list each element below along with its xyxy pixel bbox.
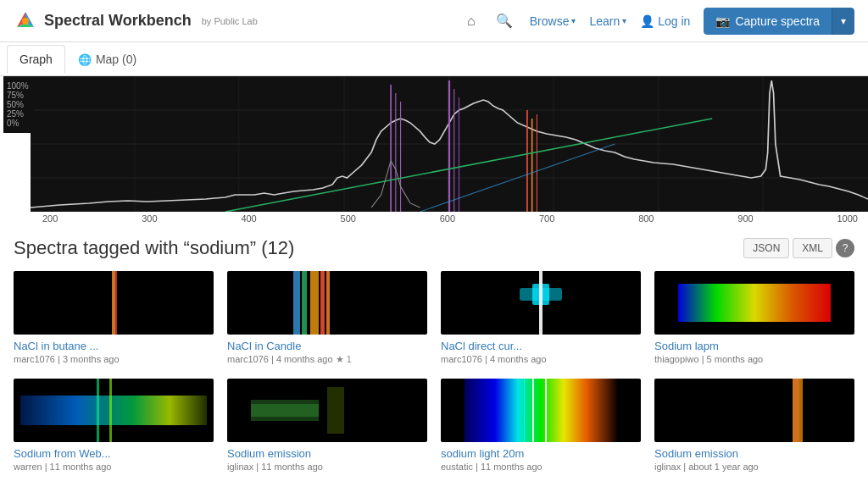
spectra-thumbnail — [227, 271, 427, 335]
svg-rect-36 — [539, 271, 542, 335]
camera-icon: 📷 — [715, 14, 730, 28]
spectra-author: thiagopiwo — [654, 354, 699, 364]
search-button[interactable]: 🔍 — [492, 9, 516, 32]
spectra-meta: warren | 11 months ago — [14, 462, 214, 472]
spectra-title[interactable]: NaCl in Candle — [227, 340, 427, 352]
spectra-meta: iglinax | about 1 year ago — [654, 462, 854, 472]
spectra-item[interactable]: NaCl direct cur... marc1076 | 4 months a… — [441, 271, 641, 365]
spectra-thumbnail — [227, 379, 427, 442]
svg-line-22 — [225, 119, 712, 212]
spectra-meta: eustatic | 11 months ago — [441, 462, 641, 472]
spectra-title[interactable]: NaCl direct cur... — [441, 340, 641, 352]
spectra-thumbnail — [654, 379, 854, 442]
svg-rect-25 — [112, 271, 115, 335]
spectra-grid: NaCl in butane ... marc1076 | 3 months a… — [14, 271, 854, 472]
spectra-meta: iglinax | 11 months ago — [227, 462, 427, 472]
spectra-meta: marc1076 | 3 months ago — [14, 354, 214, 364]
svg-rect-46 — [251, 404, 319, 417]
spectra-item[interactable]: Sodium from Web... warren | 11 months ag… — [14, 379, 214, 472]
browse-caret-icon: ▾ — [571, 16, 576, 25]
svg-rect-42 — [109, 379, 112, 442]
spectra-item[interactable]: NaCl in Candle marc1076 | 4 months ago ★… — [227, 271, 427, 365]
learn-caret-icon: ▾ — [622, 16, 626, 25]
graph-svg — [31, 76, 868, 212]
spectra-item[interactable]: sodium light 20m eustatic | 11 months ag… — [441, 379, 641, 472]
spectra-thumbnail — [654, 271, 854, 335]
spectra-meta: marc1076 | 4 months ago ★ 1 — [227, 354, 427, 365]
svg-rect-38 — [678, 284, 831, 322]
spectra-thumbnail — [14, 379, 214, 442]
spectra-item[interactable]: Sodium emission iglinax | about 1 year a… — [654, 379, 854, 472]
spectra-title[interactable]: Sodium emission — [654, 447, 854, 460]
spectra-author: marc1076 — [14, 354, 55, 364]
xml-button[interactable]: XML — [793, 238, 832, 258]
tab-map[interactable]: 🌐 Map (0) — [65, 45, 149, 74]
spectra-time: 4 months ago — [490, 354, 547, 364]
svg-rect-29 — [302, 271, 307, 335]
svg-rect-45 — [327, 387, 344, 434]
section-header: Spectra tagged with “sodium” (12) JSON X… — [14, 237, 854, 259]
spectra-meta: marc1076 | 4 months ago — [441, 354, 641, 364]
svg-rect-26 — [115, 271, 117, 335]
logo-subtitle: by Public Lab — [202, 16, 258, 26]
learn-nav-link[interactable]: Learn ▾ — [589, 14, 626, 28]
svg-rect-41 — [97, 379, 99, 442]
spectra-item[interactable]: Sodium lapm thiagopiwo | 5 months ago — [654, 271, 854, 365]
svg-rect-48 — [465, 379, 617, 442]
spectra-time: 3 months ago — [63, 354, 120, 364]
spectra-time: about 1 year ago — [688, 462, 759, 472]
svg-rect-53 — [793, 379, 799, 442]
spectra-title[interactable]: Sodium emission — [227, 447, 427, 460]
spectra-title[interactable]: sodium light 20m — [441, 447, 641, 460]
spectra-author: warren — [14, 462, 42, 472]
svg-point-1 — [22, 18, 29, 25]
spectra-item[interactable]: Sodium emission iglinax | 11 months ago — [227, 379, 427, 472]
spectra-thumbnail — [441, 379, 641, 442]
login-link[interactable]: 👤 Log in — [640, 14, 690, 28]
spectra-thumbnail — [441, 271, 641, 335]
spectra-author: eustatic — [441, 462, 473, 472]
section-tools: JSON XML ? — [743, 238, 854, 258]
home-button[interactable]: ⌂ — [464, 10, 479, 32]
spectra-title[interactable]: NaCl in butane ... — [14, 340, 214, 352]
svg-rect-32 — [326, 271, 330, 335]
svg-rect-49 — [532, 379, 534, 442]
spectra-title[interactable]: Sodium from Web... — [14, 447, 214, 460]
globe-icon: 🌐 — [78, 53, 92, 66]
spectral-graph — [31, 76, 868, 212]
spectra-item[interactable]: NaCl in butane ... marc1076 | 3 months a… — [14, 271, 214, 365]
star-badge: ★ 1 — [336, 354, 352, 364]
spectra-time: 11 months ago — [481, 462, 542, 472]
tab-graph[interactable]: Graph — [7, 45, 65, 74]
svg-rect-52 — [661, 379, 848, 442]
spectra-time: 5 months ago — [707, 354, 764, 364]
json-button[interactable]: JSON — [743, 238, 789, 258]
svg-rect-31 — [320, 271, 325, 335]
spectra-time: 4 months ago — [276, 354, 333, 364]
section-title: Spectra tagged with “sodium” (12) — [14, 237, 294, 259]
spectra-title[interactable]: Sodium lapm — [654, 340, 854, 352]
logo-icon — [14, 9, 37, 33]
tabs-bar: Graph 🌐 Map (0) — [0, 42, 868, 76]
graph-y-labels: 100% 75% 50% 25% 0% — [3, 76, 34, 133]
capture-dropdown-button[interactable]: ▾ — [832, 8, 854, 35]
user-icon: 👤 — [640, 14, 654, 28]
graph-x-labels: 200 300 400 500 600 700 800 900 1000 — [0, 212, 868, 227]
spectra-thumbnail — [14, 271, 214, 335]
browse-nav-link[interactable]: Browse ▾ — [530, 14, 576, 28]
svg-rect-50 — [545, 379, 547, 442]
svg-rect-54 — [799, 379, 803, 442]
logo-title: Spectral Workbench — [44, 12, 192, 30]
spectra-meta: thiagopiwo | 5 months ago — [654, 354, 854, 364]
spectra-author: marc1076 — [441, 354, 482, 364]
svg-rect-51 — [524, 379, 525, 442]
spectra-author: iglinax — [654, 462, 681, 472]
info-button[interactable]: ? — [836, 239, 854, 257]
capture-button-group: 📷 Capture spectra ▾ — [704, 8, 854, 35]
svg-rect-30 — [310, 271, 319, 335]
spectra-time: 11 months ago — [261, 462, 323, 472]
spectra-author: marc1076 — [227, 354, 269, 364]
svg-rect-28 — [293, 271, 300, 335]
spectra-author: iglinax — [227, 462, 253, 472]
capture-button[interactable]: 📷 Capture spectra — [704, 8, 832, 35]
